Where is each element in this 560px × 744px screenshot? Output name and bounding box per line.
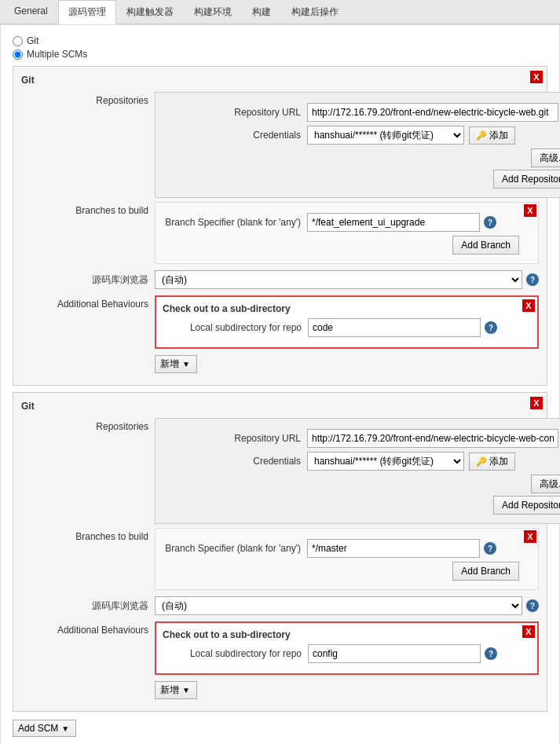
add-repository-button-2[interactable]: Add Repository <box>493 496 560 515</box>
tab-source-management[interactable]: 源码管理 <box>58 0 116 24</box>
git-block-1: X Git Repositories Repository URL ? Cred… <box>13 66 547 386</box>
repo-url-input-2[interactable] <box>307 429 558 448</box>
source-browser-row-1: 源码库浏览器 (自动) ? <box>21 270 539 289</box>
git-block-2: X Git Repositories Repository URL ? Cred… <box>13 392 547 712</box>
branch-specifier-help-1: ? <box>484 216 496 229</box>
credentials-label-2: Credentials <box>162 456 307 467</box>
repo-url-label-1: Repository URL <box>162 107 307 118</box>
source-browser-select-2[interactable]: (自动) <box>155 596 522 615</box>
git-block-2-title: Git <box>21 401 539 412</box>
add-branch-button-1[interactable]: Add Branch <box>452 236 519 255</box>
branch-specifier-label-1: Branch Specifier (blank for 'any') <box>162 217 307 228</box>
local-subdir-row-2: Local subdirectory for repo ? <box>163 644 531 663</box>
credentials-label-1: Credentials <box>162 130 307 141</box>
branch-close-button-1[interactable]: X <box>524 204 536 217</box>
additional-behaviours-section-2: Additional Behaviours X Check out to a s… <box>21 621 539 675</box>
behaviour-block-2: X Check out to a sub-directory Local sub… <box>155 621 539 675</box>
branches-inner-1: X Branch Specifier (blank for 'any') ? A… <box>155 202 539 264</box>
credentials-select-2[interactable]: hanshuai/****** (转师git凭证) <box>307 452 464 471</box>
branch-block-2: Branch Specifier (blank for 'any') ? Add… <box>155 528 539 590</box>
key-icon-2: 🔑 <box>476 456 487 467</box>
local-subdir-wrap-2: ? <box>308 644 531 663</box>
local-subdir-row-1: Local subdirectory for repo ? <box>163 318 531 337</box>
scm-multiple-label: Multiple SCMs <box>27 49 87 60</box>
local-subdir-label-2: Local subdirectory for repo <box>163 648 308 659</box>
add-scm-button[interactable]: Add SCM ▼ <box>13 720 76 737</box>
add-credentials-button-1[interactable]: 🔑 添加 <box>469 126 515 145</box>
git-block-1-title: Git <box>21 75 539 86</box>
behaviour-block-1: X Check out to a sub-directory Local sub… <box>155 295 539 349</box>
xin-zeng-button-2[interactable]: 新增 ▼ <box>155 681 197 699</box>
add-branch-button-2[interactable]: Add Branch <box>452 562 519 581</box>
add-scm-label: Add SCM <box>18 723 58 734</box>
xin-zeng-arrow-1: ▼ <box>182 360 190 368</box>
git-block-1-close-button[interactable]: X <box>530 71 543 83</box>
source-browser-help-1: ? <box>526 273 539 286</box>
credentials-row-2: Credentials hanshuai/****** (转师git凭证) 🔑 … <box>162 452 560 471</box>
tab-build[interactable]: 构建 <box>242 0 281 24</box>
advanced-button-1[interactable]: 高级... <box>531 148 560 167</box>
branch-specifier-row-1: Branch Specifier (blank for 'any') ? <box>162 213 519 232</box>
behaviour-close-button-1[interactable]: X <box>522 299 535 312</box>
add-scm-arrow: ▼ <box>61 724 69 733</box>
branch-close-button-2[interactable]: X <box>524 530 536 543</box>
key-icon-1: 🔑 <box>476 130 487 141</box>
repositories-inner-1: Repository URL ? Credentials hanshuai/**… <box>155 92 560 198</box>
local-subdir-help-1: ? <box>485 321 497 334</box>
xin-zeng-button-1[interactable]: 新增 ▼ <box>155 355 197 373</box>
tab-general[interactable]: General <box>4 0 58 24</box>
add-repo-row-2: Add Repository <box>162 496 560 515</box>
scm-multiple-radio[interactable] <box>13 49 23 60</box>
advanced-button-2[interactable]: 高级... <box>531 475 560 493</box>
repositories-inner-2: Repository URL ? Credentials hanshuai/**… <box>155 418 560 524</box>
add-branch-row-1: Add Branch <box>162 236 519 255</box>
scm-git-option[interactable]: Git <box>13 35 547 46</box>
main-content: Git Multiple SCMs X Git Repositories Rep… <box>0 24 560 744</box>
source-browser-label-1: 源码库浏览器 <box>21 270 155 287</box>
repo-url-row-1: Repository URL ? <box>162 103 560 122</box>
scm-git-radio[interactable] <box>13 36 23 46</box>
branch-specifier-row-2: Branch Specifier (blank for 'any') ? <box>162 539 519 558</box>
branch-specifier-input-1[interactable] <box>307 213 480 232</box>
credentials-select-1[interactable]: hanshuai/****** (转师git凭证) <box>307 126 464 145</box>
local-subdir-input-1[interactable] <box>308 318 481 337</box>
source-browser-help-2: ? <box>526 599 539 612</box>
branches-inner-2: X Branch Specifier (blank for 'any') ? A… <box>155 528 539 590</box>
additional-behaviours-label-1: Additional Behaviours <box>21 295 155 310</box>
repo-url-input-1[interactable] <box>307 103 558 122</box>
branch-specifier-help-2: ? <box>484 542 496 555</box>
repo-url-label-2: Repository URL <box>162 433 307 444</box>
tab-build-triggers[interactable]: 构建触发器 <box>116 0 184 24</box>
scm-git-label: Git <box>27 35 38 46</box>
additional-behaviours-section-1: Additional Behaviours X Check out to a s… <box>21 295 539 349</box>
repositories-label-2: Repositories <box>21 418 155 432</box>
git-block-2-close-button[interactable]: X <box>530 397 543 409</box>
source-browser-row-2: 源码库浏览器 (自动) ? <box>21 596 539 615</box>
tab-build-env[interactable]: 构建环境 <box>184 0 242 24</box>
tab-post-build[interactable]: 构建后操作 <box>281 0 349 24</box>
repositories-label-1: Repositories <box>21 92 155 106</box>
source-browser-select-1[interactable]: (自动) <box>155 270 522 289</box>
scm-multiple-option[interactable]: Multiple SCMs <box>13 49 547 60</box>
behaviour-close-button-2[interactable]: X <box>522 625 535 638</box>
xin-zeng-row-1: 新增 ▼ <box>155 355 539 373</box>
add-repository-button-1[interactable]: Add Repository <box>493 170 560 189</box>
branches-label-2: Branches to build <box>21 528 155 542</box>
add-repo-row-1: Add Repository <box>162 170 560 189</box>
behaviour-title-1: Check out to a sub-directory <box>163 303 531 314</box>
credentials-wrap-1: hanshuai/****** (转师git凭证) 🔑 添加 <box>307 126 560 145</box>
add-credentials-button-2[interactable]: 🔑 添加 <box>469 453 515 471</box>
repo-url-wrap-1: ? <box>307 103 560 122</box>
branch-specifier-wrap-1: ? <box>307 213 519 232</box>
additional-behaviours-label-2: Additional Behaviours <box>21 621 155 636</box>
xin-zeng-arrow-2: ▼ <box>182 686 190 695</box>
branch-block-1: Branch Specifier (blank for 'any') ? Add… <box>155 202 539 264</box>
branch-specifier-input-2[interactable] <box>307 539 480 558</box>
xin-zeng-row-2: 新增 ▼ <box>155 681 539 699</box>
local-subdir-help-2: ? <box>485 647 497 660</box>
credentials-row-1: Credentials hanshuai/****** (转师git凭证) 🔑 … <box>162 126 560 145</box>
local-subdir-input-2[interactable] <box>308 644 481 663</box>
local-subdir-wrap-1: ? <box>308 318 531 337</box>
add-branch-row-2: Add Branch <box>162 562 519 581</box>
source-browser-label-2: 源码库浏览器 <box>21 596 155 613</box>
